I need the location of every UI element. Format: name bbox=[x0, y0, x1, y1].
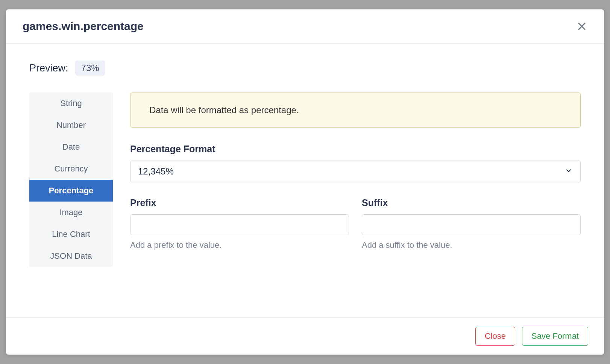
prefix-input[interactable] bbox=[130, 214, 349, 235]
prefix-label: Prefix bbox=[130, 197, 349, 208]
sidebar-item-date[interactable]: Date bbox=[29, 136, 113, 158]
format-type-sidebar: String Number Date Currency Percentage I… bbox=[29, 93, 113, 267]
suffix-input[interactable] bbox=[362, 214, 581, 235]
modal-title: games.win.percentage bbox=[23, 20, 144, 33]
modal-body: Preview: 73% String Number Date Currency… bbox=[6, 44, 604, 317]
sidebar-item-currency[interactable]: Currency bbox=[29, 158, 113, 180]
format-main: Data will be formatted as percentage. Pe… bbox=[130, 93, 581, 250]
prefix-helper: Add a prefix to the value. bbox=[130, 240, 349, 250]
sidebar-item-percentage[interactable]: Percentage bbox=[29, 180, 113, 202]
suffix-helper: Add a suffix to the value. bbox=[362, 240, 581, 250]
save-format-button[interactable]: Save Format bbox=[522, 327, 588, 346]
sidebar-item-json-data[interactable]: JSON Data bbox=[29, 245, 113, 267]
format-modal: games.win.percentage Preview: 73% String… bbox=[6, 9, 604, 355]
close-icon[interactable] bbox=[576, 21, 587, 32]
info-banner: Data will be formatted as percentage. bbox=[130, 93, 581, 128]
percentage-format-select-wrapper: 12,345% bbox=[130, 161, 581, 182]
close-button[interactable]: Close bbox=[475, 327, 515, 346]
prefix-col: Prefix Add a prefix to the value. bbox=[130, 197, 349, 250]
sidebar-item-string[interactable]: String bbox=[29, 93, 113, 114]
sidebar-item-line-chart[interactable]: Line Chart bbox=[29, 223, 113, 245]
suffix-label: Suffix bbox=[362, 197, 581, 208]
percentage-format-select[interactable]: 12,345% bbox=[130, 161, 581, 182]
sidebar-item-image[interactable]: Image bbox=[29, 202, 113, 223]
content-row: String Number Date Currency Percentage I… bbox=[29, 93, 581, 267]
preview-row: Preview: 73% bbox=[29, 61, 581, 76]
modal-header: games.win.percentage bbox=[6, 9, 604, 44]
sidebar-item-number[interactable]: Number bbox=[29, 114, 113, 136]
preview-value: 73% bbox=[75, 61, 105, 76]
prefix-suffix-row: Prefix Add a prefix to the value. Suffix… bbox=[130, 197, 581, 250]
suffix-col: Suffix Add a suffix to the value. bbox=[362, 197, 581, 250]
preview-label: Preview: bbox=[29, 62, 68, 74]
modal-footer: Close Save Format bbox=[6, 317, 604, 355]
percentage-format-label: Percentage Format bbox=[130, 144, 581, 155]
